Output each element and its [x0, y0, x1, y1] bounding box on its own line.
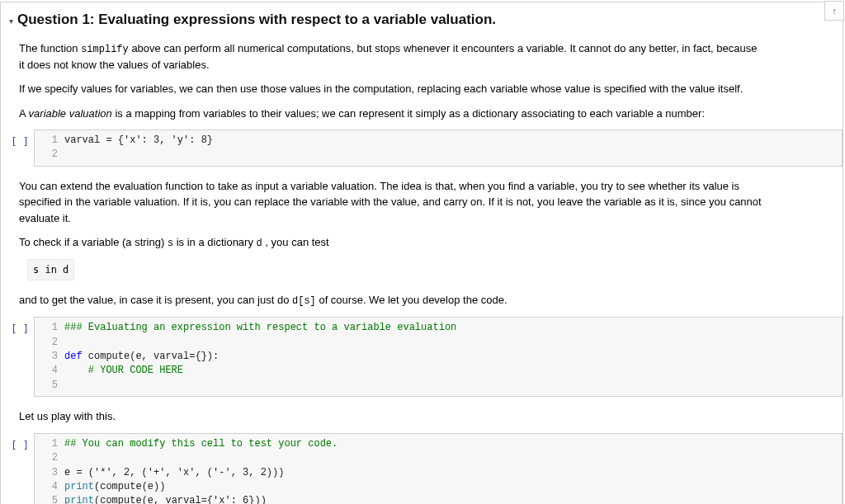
line-number: 2 [35, 336, 64, 350]
line-number: 1 [35, 134, 64, 148]
paragraph: A variable valuation is a mapping from v… [19, 106, 762, 122]
cell-prompt[interactable]: [ ] [0, 130, 34, 149]
text: above can perform all numerical computat… [19, 42, 757, 71]
code-line [64, 336, 842, 350]
text: and to get the value, in case it is pres… [19, 294, 292, 306]
code-line [64, 148, 842, 162]
heading: Question 1: Evaluating expressions with … [17, 9, 496, 31]
code-cell: [ ] 1### Evaluating an expression with r… [0, 317, 843, 397]
inline-code-block: s in d [27, 259, 843, 280]
scroll-up-button[interactable]: ↑ [824, 1, 844, 21]
cell-markdown: You can extend the evaluation function t… [1, 175, 843, 252]
line-number: 1 [35, 321, 64, 335]
code-input[interactable]: 1## You can modify this cell to test you… [34, 433, 843, 504]
emphasis: variable valuation [29, 107, 112, 120]
code-cell: [ ] 1varval = {'x': 3, 'y': 8} 2 [0, 130, 843, 167]
line-number: 5 [35, 379, 64, 393]
cell-prompt[interactable]: [ ] [0, 433, 34, 453]
code-line [64, 379, 842, 393]
line-number: 1 [35, 437, 64, 451]
code-cell: [ ] 1## You can modify this cell to test… [0, 433, 843, 504]
paragraph: To check if a variable (a string) s is i… [19, 234, 762, 251]
code-line: print(compute(e, varval={'x': 6})) [64, 494, 842, 504]
paragraph: and to get the value, in case it is pres… [19, 292, 762, 309]
code-line [64, 451, 842, 465]
code-input[interactable]: 1### Evaluating an expression with respe… [34, 317, 843, 397]
paragraph: You can extend the evaluation function t… [19, 178, 762, 227]
code-snippet: s in d [27, 259, 74, 280]
code-line: # YOUR CODE HERE [64, 364, 842, 378]
cell-markdown: ▾ Question 1: Evaluating expressions wit… [1, 2, 843, 121]
text: To check if a variable (a string) [19, 236, 168, 248]
paragraph: The function simplify above can perform … [19, 40, 762, 73]
notebook-page: ↑ ▾ Question 1: Evaluating expressions w… [0, 2, 843, 504]
paragraph: Let us play with this. [19, 408, 762, 425]
code-input[interactable]: 1varval = {'x': 3, 'y': 8} 2 [34, 130, 843, 167]
cell-markdown: Let us play with this. [1, 405, 843, 425]
line-number: 5 [35, 494, 64, 504]
code-line: varval = {'x': 3, 'y': 8} [64, 134, 842, 148]
text: of course. We let you develop the code. [316, 294, 507, 306]
line-number: 2 [35, 148, 64, 162]
text: is in a dictionary [173, 236, 256, 248]
code-line: print(compute(e)) [64, 480, 842, 494]
code-line: ### Evaluating an expression with respec… [64, 321, 842, 335]
cell-markdown: and to get the value, in case it is pres… [1, 289, 843, 309]
text: is a mapping from variables to their val… [112, 107, 705, 120]
inline-code: d [257, 238, 262, 249]
paragraph: If we specify values for variables, we c… [19, 81, 762, 97]
line-number: 4 [35, 364, 64, 378]
code-line: def compute(e, varval={}): [64, 350, 842, 364]
line-number: 3 [35, 466, 64, 480]
line-number: 2 [35, 451, 64, 465]
collapse-toggle[interactable]: ▾ [6, 15, 16, 27]
code-line: ## You can modify this cell to test your… [64, 437, 842, 451]
text: , you can test [262, 236, 329, 248]
text: The function [19, 42, 81, 54]
line-number: 4 [35, 480, 64, 494]
code-line: e = ('*', 2, ('+', 'x', ('-', 3, 2))) [64, 466, 842, 480]
cell-prompt[interactable]: [ ] [0, 317, 34, 337]
text: A [19, 107, 29, 120]
line-number: 3 [35, 350, 64, 364]
inline-code: d[s] [292, 295, 316, 307]
inline-code: simplify [81, 44, 129, 55]
